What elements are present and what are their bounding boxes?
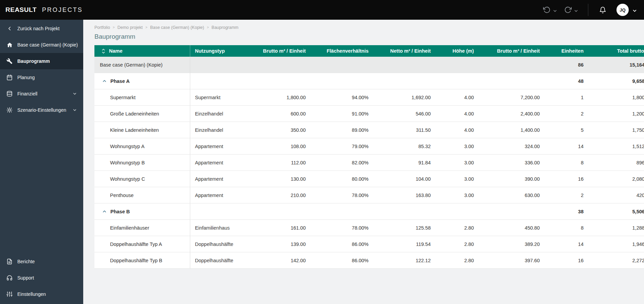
cell-netto-m2-einheit: 104.00 xyxy=(374,171,436,187)
cell-hoehe-m: 3.00 xyxy=(436,187,479,203)
table-row-leaf[interactable]: SupermarktSupermarkt1,800.0094.00%1,692.… xyxy=(94,89,644,106)
sidebar-item-label: Planung xyxy=(17,75,35,80)
table-row-leaf[interactable]: PenthouseAppartement210.0078.00%163.803.… xyxy=(94,187,644,203)
redo-options-caret-icon[interactable] xyxy=(574,8,578,13)
cell-einheiten: 2 xyxy=(545,187,589,203)
cell-hoehe-m: 2.80 xyxy=(436,220,479,236)
cell-name: Supermarkt xyxy=(94,89,190,105)
main-content: Portfolio > Demo projekt > Base case (Ge… xyxy=(83,20,644,304)
column-header-einheiten[interactable]: Einheiten xyxy=(545,45,589,57)
cell-nutzungstyp: Doppelhaushälfte xyxy=(190,236,249,252)
cell-einheiten: 8 xyxy=(545,155,589,171)
column-header-netto-m2-einheit[interactable]: Netto m² / Einheit xyxy=(374,45,436,57)
undo-button[interactable] xyxy=(542,5,552,15)
table-row-leaf[interactable]: Doppelhaushälfte Typ BDoppelhaushälfte14… xyxy=(94,252,644,269)
breadcrumb-item-base-case[interactable]: Base case (German) (Kopie) xyxy=(150,25,204,30)
cell-netto-m2-einheit: 1,692.00 xyxy=(374,89,436,105)
table-row-leaf[interactable]: Wohnungstyp BAppartement112.0082.00%91.8… xyxy=(94,155,644,171)
sidebar-item-berichte[interactable]: Berichte xyxy=(0,253,83,270)
cell-einheiten: 14 xyxy=(545,138,589,154)
sidebar-item-bauprogramm[interactable]: Bauprogramm xyxy=(0,53,83,69)
cell-einheiten: 86 xyxy=(545,57,589,73)
chevron-down-icon[interactable] xyxy=(72,91,77,96)
cell-brutto-m3-einheit xyxy=(479,73,545,89)
cell-einheiten: 5 xyxy=(545,122,589,138)
avatar[interactable]: JQ xyxy=(616,4,629,16)
table-row-leaf[interactable]: Kleine LadeneinheitenEinzelhandel350.008… xyxy=(94,122,644,138)
cell-flaechenverhaeltnis: 78.00% xyxy=(311,187,374,203)
sidebar-item-finanziell[interactable]: Finanziell xyxy=(0,86,83,102)
sidebar-item-base-case[interactable]: Base case (German) (Kopie) xyxy=(0,37,83,53)
table-row-summary[interactable]: Base case (German) (Kopie)8615,164.00 xyxy=(94,57,644,73)
cell-total-brutto-m2: 1,946.00 xyxy=(589,236,644,252)
sidebar-item-planung[interactable]: Planung xyxy=(0,69,83,86)
column-header-nutzungstyp[interactable]: Nutzungstyp xyxy=(190,45,249,57)
table-row-leaf[interactable]: EinfamilienhäuserEinfamilienhaus161.0078… xyxy=(94,220,644,236)
column-header-brutto-m3-einheit[interactable]: Brutto m³ / Einheit xyxy=(479,45,545,57)
coins-icon xyxy=(6,91,13,97)
user-menu-caret-icon[interactable] xyxy=(632,8,637,13)
cell-netto-m2-einheit: 311.50 xyxy=(374,122,436,138)
cell-nutzungstyp: Doppelhaushälfte xyxy=(190,252,249,268)
cell-total-brutto-m2: 1,288.00 xyxy=(589,220,644,236)
sidebar-item-einstellungen[interactable]: Einstellungen xyxy=(0,286,83,302)
sidebar-item-szenario-einstellungen[interactable]: Szenario-Einstellungen xyxy=(0,102,83,118)
table-row-leaf[interactable]: Wohnungstyp CAppartement130.0080.00%104.… xyxy=(94,171,644,187)
sidebar-item-support[interactable]: Support xyxy=(0,270,83,286)
undo-options-caret-icon[interactable] xyxy=(553,8,557,13)
cell-total-brutto-m2: 420.00 xyxy=(589,187,644,203)
table-row-leaf[interactable]: Wohnungstyp AAppartement108.0079.00%85.3… xyxy=(94,138,644,155)
cell-hoehe-m: 3.00 xyxy=(436,171,479,187)
cell-netto-m2-einheit: 91.84 xyxy=(374,155,436,171)
column-header-flaechenverhaeltnis[interactable]: Flächenverhältnis xyxy=(311,45,374,57)
sidebar-item-label: Support xyxy=(17,275,34,281)
cell-flaechenverhaeltnis xyxy=(311,57,374,73)
cell-brutto-m3-einheit: 1,400.00 xyxy=(479,122,545,138)
table-row-leaf[interactable]: Große LadeneinheitenEinzelhandel600.0091… xyxy=(94,106,644,122)
headset-icon xyxy=(6,275,13,281)
cell-hoehe-m: 4.00 xyxy=(436,106,479,122)
table-row-group[interactable]: Phase B385,506.00 xyxy=(94,203,644,220)
back-to-project-button[interactable]: Zurück nach Projekt xyxy=(0,20,83,37)
cell-brutto-m3-einheit: 630.00 xyxy=(479,187,545,203)
cell-flaechenverhaeltnis: 94.00% xyxy=(311,89,374,105)
breadcrumb-separator: > xyxy=(145,25,147,29)
cell-name: Doppelhaushälfte Typ B xyxy=(94,252,190,268)
chevron-down-icon[interactable] xyxy=(72,108,77,112)
topbar-divider xyxy=(588,4,588,16)
bauprogramm-table: NameNutzungstypBrutto m² / EinheitFläche… xyxy=(94,45,644,269)
cell-hoehe-m: 2.80 xyxy=(436,252,479,268)
cell-brutto-m2-einheit: 142.00 xyxy=(249,252,311,268)
cell-einheiten: 14 xyxy=(545,236,589,252)
cell-name: Penthouse xyxy=(94,187,190,203)
column-header-total-brutto-m2[interactable]: Total brutto m² xyxy=(589,45,644,57)
cell-brutto-m2-einheit: 112.00 xyxy=(249,155,311,171)
collapse-icon[interactable] xyxy=(102,78,107,84)
cell-netto-m2-einheit: 85.32 xyxy=(374,138,436,154)
breadcrumb-item-demo-projekt[interactable]: Demo projekt xyxy=(118,25,143,30)
cell-netto-m2-einheit xyxy=(374,57,436,73)
table-row-leaf[interactable]: Doppelhaushälfte Typ ADoppelhaushälfte13… xyxy=(94,236,644,252)
avatar-initials: JQ xyxy=(620,7,625,13)
redo-button[interactable] xyxy=(563,5,573,15)
cell-hoehe-m xyxy=(436,57,479,73)
cell-brutto-m2-einheit xyxy=(249,57,311,73)
sort-icon[interactable] xyxy=(101,48,106,54)
column-header-brutto-m2-einheit[interactable]: Brutto m² / Einheit xyxy=(249,45,311,57)
cell-flaechenverhaeltnis: 79.00% xyxy=(311,138,374,154)
cell-nutzungstyp xyxy=(190,73,249,89)
gear-icon xyxy=(6,107,13,113)
column-header-hoehe-m[interactable]: Höhe (m) xyxy=(436,45,479,57)
notifications-bell-icon[interactable] xyxy=(598,5,608,15)
collapse-icon[interactable] xyxy=(102,209,107,214)
cell-einheiten: 2 xyxy=(545,106,589,122)
cell-flaechenverhaeltnis xyxy=(311,203,374,219)
column-header-name[interactable]: Name xyxy=(94,45,190,57)
cell-brutto-m3-einheit: 7,200.00 xyxy=(479,89,545,105)
cell-nutzungstyp: Appartement xyxy=(190,155,249,171)
table-row-group[interactable]: Phase A489,658.00 xyxy=(94,73,644,89)
cell-total-brutto-m2: 9,658.00 xyxy=(589,73,644,89)
cell-name: Phase B xyxy=(94,203,190,219)
breadcrumb-item-portfolio[interactable]: Portfolio xyxy=(94,25,110,30)
cell-name: Base case (German) (Kopie) xyxy=(94,57,190,73)
